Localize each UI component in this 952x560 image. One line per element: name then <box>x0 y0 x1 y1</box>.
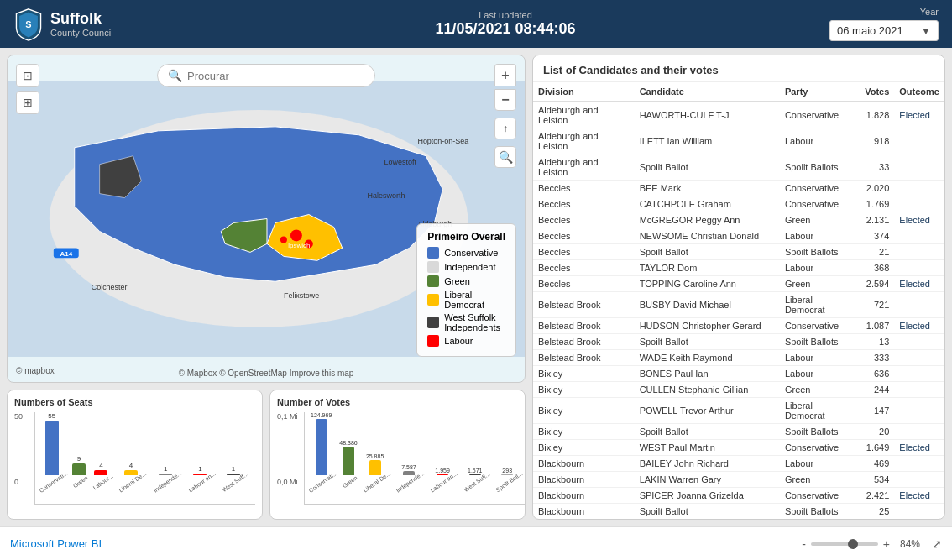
zoom-to-selection-button[interactable]: ⊡ <box>16 64 39 87</box>
table-body: Aldeburgh and Leiston HAWORTH-CULF T-J C… <box>533 102 944 519</box>
cell-candidate: Spoilt Ballot <box>635 154 780 181</box>
cell-candidate: ILETT Ian William <box>635 128 780 154</box>
north-button[interactable]: ↑ <box>494 118 516 139</box>
mapbox-logo: © mapbox <box>16 366 55 375</box>
candidates-table-panel: List of Candidates and their votes Divis… <box>532 55 945 520</box>
header-middle: Last updated 11/05/2021 08:44:06 <box>181 10 829 38</box>
cell-candidate: Spoilt Ballot <box>635 504 780 520</box>
zoom-slider[interactable] <box>811 542 878 546</box>
cell-party: Labour <box>780 228 860 244</box>
cell-division: Blackbourn <box>533 472 635 488</box>
powerbi-link[interactable]: Microsoft Power BI <box>10 537 102 550</box>
cell-outcome: Elected <box>894 102 944 128</box>
cell-outcome <box>894 154 944 181</box>
cell-division: Bixley <box>533 440 635 456</box>
table-row: Bixley Spoilt Ballot Spoilt Ballots 20 <box>533 424 944 440</box>
cell-candidate: BUSBY David Michael <box>635 292 780 318</box>
cell-division: Belstead Brook <box>533 350 635 366</box>
table-row: Belstead Brook BUSBY David Michael Liber… <box>533 292 944 318</box>
cell-outcome <box>894 334 944 350</box>
cell-party: Conservative <box>780 102 860 128</box>
cell-votes: 20 <box>860 424 894 440</box>
cell-outcome <box>894 228 944 244</box>
cell-party: Spoilt Ballots <box>780 504 860 520</box>
cell-outcome <box>894 382 944 398</box>
cell-division: Beccles <box>533 181 635 196</box>
year-select[interactable]: 06 maio 2021 ▼ <box>829 20 939 41</box>
cell-division: Bixley <box>533 424 635 440</box>
bar <box>501 474 513 475</box>
cell-votes: 374 <box>860 228 894 244</box>
cell-votes: 721 <box>860 292 894 318</box>
cell-party: Labour <box>780 456 860 472</box>
cell-party: Green <box>780 382 860 398</box>
focus-button[interactable]: ⊞ <box>16 91 39 114</box>
table-header-row: Division Candidate Party Votes Outcome <box>533 82 944 102</box>
bar <box>124 470 138 475</box>
svg-text:Felixstowe: Felixstowe <box>284 291 319 300</box>
bar-group: 25.885 Liberal De... <box>359 412 391 485</box>
bar-group: 1.571 West Suff... <box>460 412 490 485</box>
expand-icon[interactable]: ⤢ <box>932 537 942 551</box>
cell-candidate: CULLEN Stephanie Gillian <box>635 382 780 398</box>
cell-division: Beccles <box>533 196 635 212</box>
cell-outcome: Elected <box>894 488 944 504</box>
svg-point-3 <box>290 229 302 241</box>
cell-division: Beccles <box>533 260 635 276</box>
svg-text:S: S <box>25 18 31 29</box>
cell-division: Bixley <box>533 398 635 424</box>
table-row: Belstead Brook WADE Keith Raymond Labour… <box>533 350 944 366</box>
cell-party: Green <box>780 212 860 228</box>
bar-group: 124.969 Conservati... <box>305 412 337 485</box>
bar-group: 1.959 Labour an... <box>426 412 458 485</box>
independent-color <box>427 261 439 273</box>
bar-group: 4 Labour... <box>90 412 112 485</box>
zoom-controls: - + 84% ⤢ <box>802 537 942 551</box>
cell-candidate: WEST Paul Martin <box>635 440 780 456</box>
zoom-minus-button[interactable]: - <box>802 537 806 551</box>
cell-candidate: Spoilt Ballot <box>635 334 780 350</box>
cell-votes: 1.649 <box>860 440 894 456</box>
zoom-in-button[interactable]: + <box>494 64 516 86</box>
cell-outcome <box>894 456 944 472</box>
cell-votes: 918 <box>860 128 894 154</box>
seats-chart-area: 50 0 55 Conservati... 9 Green 4 Labour..… <box>34 412 255 505</box>
year-select-value: 06 maio 2021 <box>837 24 914 37</box>
cell-votes: 2.020 <box>860 181 894 196</box>
search-zoom-button[interactable]: 🔍 <box>494 146 516 168</box>
cell-outcome <box>894 260 944 276</box>
legend-item-green: Green <box>427 275 505 287</box>
map-search-bar[interactable]: 🔍 <box>157 64 375 87</box>
zoom-plus-button[interactable]: + <box>883 537 890 551</box>
cell-candidate: Spoilt Ballot <box>635 424 780 440</box>
table-row: Blackbourn SPICER Joanna Grizelda Conser… <box>533 488 944 504</box>
cell-party: Spoilt Ballots <box>780 334 860 350</box>
search-input[interactable] <box>187 70 364 82</box>
cell-candidate: SPICER Joanna Grizelda <box>635 488 780 504</box>
cell-party: Conservative <box>780 181 860 196</box>
cell-division: Bixley <box>533 366 635 382</box>
bar <box>94 470 107 475</box>
zoom-slider-thumb[interactable] <box>848 539 858 549</box>
zoom-out-button[interactable]: − <box>494 89 516 111</box>
cell-division: Beccles <box>533 212 635 228</box>
seats-chart-card: Numbers of Seats 50 0 55 Conservati... 9… <box>7 390 263 520</box>
org-name: Suffolk <box>50 10 113 28</box>
bar <box>369 460 381 475</box>
bar <box>469 474 481 475</box>
legend-item-conservative: Conservative <box>427 247 505 259</box>
cell-outcome <box>894 244 944 260</box>
col-outcome: Outcome <box>894 82 944 102</box>
bar-group: 9 Green <box>71 412 86 485</box>
legend-title: Primeiro Overall <box>427 231 505 243</box>
cell-candidate: BAILEY John Richard <box>635 456 780 472</box>
cell-division: Blackbourn <box>533 456 635 472</box>
table-wrapper[interactable]: Division Candidate Party Votes Outcome A… <box>533 82 944 519</box>
cell-candidate: POWELL Trevor Arthur <box>635 398 780 424</box>
svg-text:Hopton-on-Sea: Hopton-on-Sea <box>417 137 468 145</box>
cell-outcome <box>894 366 944 382</box>
svg-text:A14: A14 <box>60 250 72 258</box>
bar-group: 293 Spoilt Ball... <box>492 412 523 485</box>
bar <box>343 447 354 475</box>
cell-party: Conservative <box>780 196 860 212</box>
